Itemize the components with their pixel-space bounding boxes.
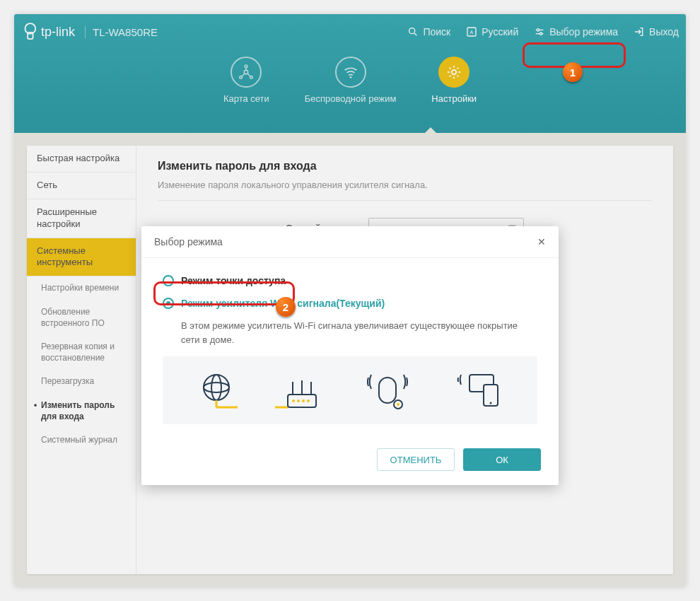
close-icon[interactable]: ✕ <box>537 236 546 247</box>
globe-icon <box>195 369 238 412</box>
option-ap[interactable]: Режим точки доступа <box>163 269 537 292</box>
mode-diagram <box>163 356 537 424</box>
svg-point-23 <box>211 375 221 400</box>
svg-point-34 <box>307 399 310 402</box>
mode-description: В этом режиме усилитель Wi-Fi сигнала ув… <box>181 319 537 346</box>
devices-icon <box>455 369 505 412</box>
svg-point-31 <box>292 399 295 402</box>
svg-rect-35 <box>379 378 396 403</box>
option-extender-label: Режим усилителя Wi-Fi сигнала(Текущий) <box>181 298 385 309</box>
mode-modal: Выбор режима ✕ Режим точки доступа Режим… <box>141 226 559 485</box>
router-icon <box>275 369 325 412</box>
svg-point-40 <box>489 402 491 404</box>
extender-icon <box>361 369 418 412</box>
svg-point-32 <box>297 399 300 402</box>
svg-point-22 <box>204 383 229 392</box>
cancel-button[interactable]: ОТМЕНИТЬ <box>377 448 455 471</box>
option-ap-label: Режим точки доступа <box>181 275 286 286</box>
radio-extender[interactable] <box>163 298 174 309</box>
ok-button[interactable]: ОК <box>463 448 541 471</box>
option-extender[interactable]: Режим усилителя Wi-Fi сигнала(Текущий) <box>163 292 537 315</box>
modal-title: Выбор режима <box>154 236 223 247</box>
radio-ap[interactable] <box>163 275 174 286</box>
svg-point-21 <box>204 375 229 400</box>
modal-overlay: Выбор режима ✕ Режим точки доступа Режим… <box>14 14 686 587</box>
svg-point-37 <box>397 403 399 406</box>
svg-point-33 <box>302 399 305 402</box>
